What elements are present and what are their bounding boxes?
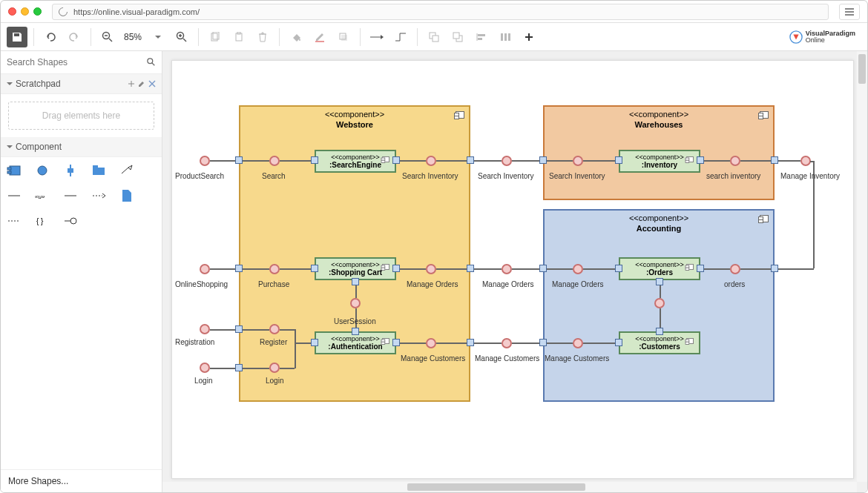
constraint-icon[interactable]: { } [35, 214, 50, 228]
zoom-dropdown[interactable] [148, 27, 168, 47]
interface-ball[interactable] [800, 156, 811, 166]
search-shapes-input[interactable] [7, 57, 147, 67]
generalization-icon[interactable] [119, 163, 134, 178]
interface-shape-icon[interactable] [35, 163, 50, 178]
zoom-level[interactable]: 85% [121, 32, 145, 42]
dependency-icon[interactable] [91, 188, 106, 203]
interface-ball[interactable] [730, 264, 740, 274]
interface-ball[interactable] [573, 264, 583, 274]
port[interactable] [697, 156, 704, 164]
port[interactable] [656, 328, 663, 335]
canvas-area[interactable]: <<component>> Webstore <<component>> War… [162, 51, 867, 492]
port[interactable] [539, 339, 547, 346]
association-icon[interactable] [63, 188, 78, 203]
scratchpad-dropzone[interactable]: Drag elements here [8, 102, 154, 130]
port[interactable] [615, 156, 622, 164]
more-shapes-button[interactable]: More Shapes... [1, 469, 162, 492]
plus-icon[interactable] [128, 80, 135, 87]
close-icon[interactable] [148, 80, 156, 87]
edit-icon[interactable] [138, 80, 145, 87]
minimize-window-icon[interactable] [21, 7, 29, 16]
port[interactable] [539, 156, 547, 164]
align-button[interactable] [471, 27, 492, 47]
diagram-canvas[interactable]: <<component>> Webstore <<component>> War… [171, 60, 854, 479]
scratchpad-header[interactable]: Scratchpad [1, 74, 162, 94]
interface-ball[interactable] [573, 156, 583, 166]
undo-button[interactable] [40, 27, 61, 47]
interface-ball[interactable] [269, 324, 280, 334]
interface-ball[interactable] [269, 156, 280, 166]
search-icon[interactable] [147, 58, 156, 67]
port[interactable] [539, 265, 547, 272]
port[interactable] [771, 265, 778, 272]
required-interface-icon[interactable] [63, 214, 78, 228]
interface-ball[interactable] [426, 156, 436, 166]
copy-button[interactable] [205, 27, 226, 47]
shadow-button[interactable] [333, 27, 354, 47]
port[interactable] [235, 364, 243, 371]
port[interactable] [392, 339, 400, 346]
refresh-icon[interactable] [57, 5, 70, 18]
realization-icon[interactable] [7, 188, 22, 203]
artifact-shape-icon[interactable] [119, 188, 134, 203]
vertical-scrollbar[interactable] [857, 51, 867, 482]
interface-ball[interactable] [426, 264, 436, 274]
interface-ball[interactable] [502, 156, 512, 166]
redo-button[interactable] [64, 27, 85, 47]
save-button[interactable] [7, 27, 27, 47]
port[interactable] [697, 265, 704, 272]
port[interactable] [311, 339, 318, 346]
port[interactable] [467, 265, 474, 272]
port[interactable] [311, 156, 318, 164]
port[interactable] [467, 339, 474, 346]
interface-ball[interactable] [502, 338, 512, 348]
port[interactable] [467, 156, 474, 164]
port[interactable] [771, 156, 778, 164]
interface-ball[interactable] [200, 156, 210, 166]
component-shape-icon[interactable] [7, 163, 22, 178]
interface-ball[interactable] [200, 363, 210, 373]
port[interactable] [235, 156, 243, 164]
stroke-button[interactable] [309, 27, 330, 47]
interface-ball[interactable] [200, 324, 210, 334]
package-shape-icon[interactable] [91, 163, 106, 178]
interface-ball[interactable] [200, 264, 210, 274]
interface-ball[interactable] [654, 298, 665, 308]
port[interactable] [615, 339, 622, 346]
front-button[interactable] [424, 27, 444, 47]
interface-ball[interactable] [426, 338, 436, 348]
connector-style-button[interactable] [390, 27, 411, 47]
dashed-line-icon[interactable] [7, 214, 22, 228]
back-button[interactable] [447, 27, 468, 47]
interface-ball[interactable] [502, 264, 512, 274]
interface-ball[interactable] [269, 264, 280, 274]
horizontal-scrollbar[interactable] [162, 482, 857, 492]
port[interactable] [235, 325, 243, 333]
port[interactable] [311, 265, 318, 272]
zoom-out-button[interactable] [97, 27, 118, 47]
usage-icon[interactable]: «u» [35, 188, 50, 203]
port[interactable] [392, 156, 400, 164]
delete-button[interactable] [252, 27, 273, 47]
interface-ball[interactable] [573, 338, 583, 348]
fill-button[interactable] [286, 27, 306, 47]
port[interactable] [352, 328, 359, 335]
port[interactable] [352, 278, 359, 285]
component-shoppingcart[interactable]: <<component>> :Shopping Cart [315, 257, 396, 280]
component-searchengine[interactable]: <<component>> :SearchEngine [315, 150, 396, 173]
add-button[interactable] [519, 27, 539, 47]
url-bar[interactable]: https://online.visual-paradigm.com/ [52, 4, 829, 20]
menu-icon[interactable] [839, 4, 860, 20]
port[interactable] [235, 265, 243, 272]
port-shape-icon[interactable] [63, 163, 78, 178]
component-inventory[interactable]: <<component>> :Inventory [619, 150, 700, 173]
component-header[interactable]: Component [1, 137, 162, 157]
component-orders[interactable]: <<component>> :Orders [619, 257, 700, 280]
port[interactable] [656, 278, 663, 285]
close-window-icon[interactable] [8, 7, 16, 16]
interface-ball[interactable] [730, 156, 740, 166]
brand-logo[interactable]: VisualParadigmOnline [789, 30, 855, 44]
port[interactable] [392, 265, 400, 272]
maximize-window-icon[interactable] [33, 7, 42, 16]
distribute-button[interactable] [495, 27, 516, 47]
